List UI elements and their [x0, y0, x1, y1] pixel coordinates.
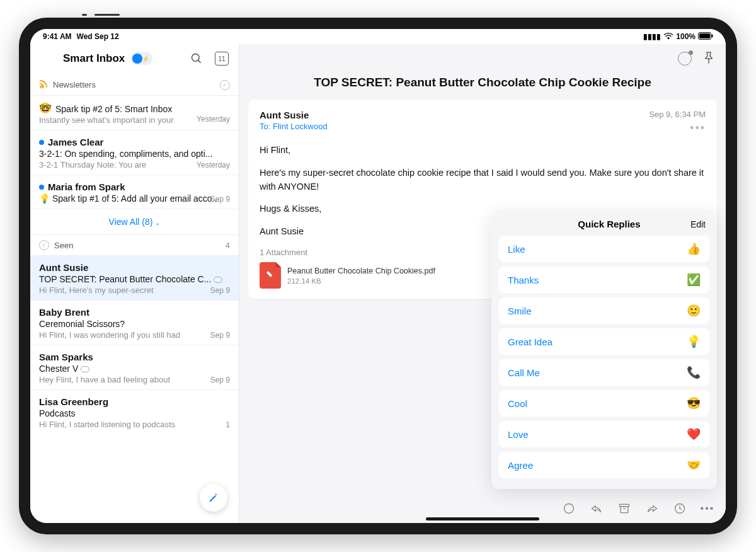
quick-reply-item[interactable]: Like👍: [499, 236, 709, 262]
sidebar-header: Smart Inbox ⚡ 11: [30, 44, 239, 74]
message-item[interactable]: Baby Brent Ceremonial Scissors? Hi Flint…: [30, 301, 239, 345]
quick-reply-item[interactable]: Thanks✅: [499, 267, 709, 293]
battery-percent: 100%: [676, 32, 696, 41]
message-sender: Baby Brent: [39, 307, 230, 318]
screen: 9:41 AM Wed Sep 12 ▮▮▮▮ 100% Smart Inbox: [30, 29, 726, 523]
quick-reply-label: Smile: [508, 306, 532, 316]
quick-reply-item[interactable]: Cool😎: [499, 390, 709, 417]
message-item[interactable]: Sam Sparks Chester V Hey Flint, I have a…: [30, 345, 239, 390]
message-date: 1: [226, 420, 230, 429]
quick-replies-edit-button[interactable]: Edit: [690, 219, 706, 229]
message-item[interactable]: Lisa Greenberg Podcasts Hi Flint, I star…: [30, 390, 239, 434]
quick-reply-emoji: ✅: [687, 273, 701, 287]
message-sender: Lisa Greenberg: [39, 396, 230, 407]
check-circle-icon: ✓: [39, 240, 49, 250]
section-label: Seen: [54, 241, 73, 250]
chevron-down-icon: ⌄: [155, 219, 160, 226]
view-all-label: View All (8): [109, 217, 153, 227]
email-more-button[interactable]: •••: [649, 122, 706, 135]
message-preview: Hi Flint, I started listening to podcast…: [39, 420, 230, 429]
message-sender: Aunt Susie: [39, 262, 230, 273]
status-time: 9:41 AM: [43, 32, 72, 41]
forward-button[interactable]: [645, 502, 659, 515]
quick-reply-item[interactable]: Love❤️: [499, 421, 709, 447]
search-button[interactable]: [187, 49, 206, 68]
rss-icon: [39, 79, 48, 90]
email-greeting: Hi Flint,: [260, 144, 706, 158]
quick-reply-item[interactable]: Agree🤝: [499, 452, 709, 478]
ipad-frame: 9:41 AM Wed Sep 12 ▮▮▮▮ 100% Smart Inbox: [19, 18, 737, 534]
quick-reply-emoji: 📞: [687, 365, 701, 379]
more-actions-button[interactable]: •••: [701, 502, 714, 515]
email-subject: TOP SECRET: Peanut Butter Chocolate Chip…: [239, 73, 726, 100]
message-date: Yesterday: [197, 161, 230, 170]
quick-reply-emoji: 💡: [687, 335, 701, 348]
archive-button[interactable]: [617, 502, 631, 515]
pdf-icon: [260, 262, 281, 289]
home-indicator[interactable]: [426, 517, 539, 520]
quick-reply-item[interactable]: Call Me📞: [499, 359, 709, 386]
svg-line-4: [198, 60, 201, 63]
view-all-button[interactable]: View All (8)⌄: [30, 209, 239, 235]
mark-read-button[interactable]: [562, 502, 576, 515]
message-date: Sep 9: [210, 331, 230, 340]
content-toolbar: [239, 44, 726, 73]
unread-dot-icon: [39, 185, 44, 190]
quick-reply-label: Love: [508, 429, 529, 440]
message-item-selected[interactable]: Aunt Susie TOP SECRET: Peanut Butter Cho…: [30, 256, 239, 301]
message-subject: Ceremonial Scissors?: [39, 319, 230, 329]
svg-point-5: [564, 504, 574, 514]
wifi-icon: [663, 32, 673, 42]
quick-reply-emoji: ❤️: [687, 427, 701, 441]
menu-button[interactable]: [38, 49, 57, 68]
email-to[interactable]: To: Flint Lockwood: [260, 122, 328, 131]
attachment-icon: [214, 277, 222, 283]
sidebar: Smart Inbox ⚡ 11 Newsletters ✓: [30, 44, 239, 523]
message-preview: Hi Flint, I was wondering if you still h…: [39, 330, 230, 340]
app-container: Smart Inbox ⚡ 11 Newsletters ✓: [30, 44, 726, 523]
calendar-button[interactable]: 11: [212, 49, 231, 68]
section-count: 4: [226, 241, 230, 250]
check-circle-icon[interactable]: ✓: [220, 80, 230, 90]
snooze-button[interactable]: [673, 502, 687, 515]
section-newsletters[interactable]: Newsletters ✓: [30, 74, 239, 96]
message-date: Sep 9: [210, 195, 230, 204]
sidebar-title: Smart Inbox: [63, 52, 125, 65]
message-subject: Podcasts: [39, 408, 230, 418]
pin-button[interactable]: [703, 51, 714, 67]
message-item[interactable]: 🤓 Spark tip #2 of 5: Smart Inbox Instant…: [30, 96, 239, 130]
pencil-icon: [208, 492, 219, 503]
message-subject: Spark tip #2 of 5: Smart Inbox: [55, 104, 172, 114]
email-from: Aunt Susie: [260, 110, 328, 120]
message-item[interactable]: Maria from Spark 💡 Spark tip #1 of 5: Ad…: [30, 175, 239, 209]
quick-replies-title: Quick Replies: [528, 219, 690, 229]
message-sender: James Clear: [48, 137, 103, 147]
smart-inbox-toggle[interactable]: ⚡: [131, 52, 152, 65]
svg-point-3: [192, 54, 200, 62]
message-sender: Maria from Spark: [48, 181, 125, 192]
quick-reply-emoji: 🤝: [687, 458, 701, 472]
message-subject: Chester V: [39, 364, 230, 374]
message-item[interactable]: James Clear 3-2-1: On spending, complime…: [30, 130, 239, 175]
attachment-icon: [81, 366, 89, 372]
section-label: Newsletters: [53, 80, 96, 89]
quick-reply-label: Like: [508, 244, 525, 255]
email-timestamp: Sep 9, 6:34 PM: [649, 110, 706, 119]
section-seen[interactable]: ✓ Seen 4: [30, 235, 239, 256]
compose-button[interactable]: [200, 484, 227, 512]
profile-button[interactable]: [678, 52, 692, 66]
quick-reply-item[interactable]: Great Idea💡: [499, 328, 709, 355]
message-sender: Sam Sparks: [39, 352, 230, 362]
quick-reply-label: Call Me: [508, 367, 540, 378]
calendar-day: 11: [218, 55, 225, 62]
message-date: Sep 9: [210, 286, 230, 295]
message-subject: TOP SECRET: Peanut Butter Chocolate C...: [39, 274, 230, 284]
quick-reply-label: Cool: [508, 398, 527, 409]
quick-reply-item[interactable]: Smile🙂: [499, 297, 709, 324]
quick-reply-label: Great Idea: [508, 336, 553, 347]
battery-icon: [698, 32, 713, 42]
message-preview: Hey Flint, I have a bad feeling about: [39, 375, 230, 384]
reply-button[interactable]: [590, 502, 604, 515]
quick-replies-panel: Quick Replies Edit Like👍Thanks✅Smile🙂Gre…: [491, 211, 717, 489]
quick-reply-label: Thanks: [508, 275, 539, 285]
